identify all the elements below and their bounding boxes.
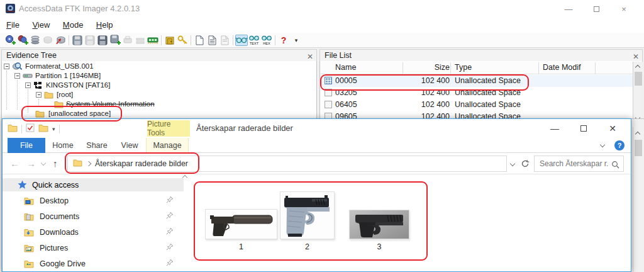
export-file-hash-list-icon[interactable] bbox=[218, 35, 231, 46]
verify-drive-image-icon[interactable] bbox=[134, 35, 147, 46]
create-disk-image-icon[interactable] bbox=[71, 35, 84, 46]
menu-mode[interactable]: Mode bbox=[58, 18, 89, 32]
detect-efs-encryption-icon[interactable] bbox=[176, 35, 189, 46]
menu-help[interactable]: Help bbox=[91, 18, 118, 32]
minimize-button[interactable]: — bbox=[540, 119, 569, 138]
new-case-icon[interactable] bbox=[193, 35, 206, 46]
address-dropdown-icon[interactable] bbox=[510, 161, 515, 166]
column-header-type[interactable]: Type bbox=[455, 63, 472, 72]
scroll-up-icon[interactable] bbox=[635, 132, 640, 137]
export-files-icon[interactable] bbox=[206, 35, 218, 46]
save-icon[interactable] bbox=[84, 35, 96, 46]
scrollbar-thumb[interactable] bbox=[635, 72, 642, 86]
viewer-scrollbar[interactable] bbox=[633, 127, 643, 272]
chevron-right-icon[interactable] bbox=[86, 161, 91, 166]
sidebar-item-quick-access[interactable]: Quick access bbox=[3, 178, 184, 191]
scroll-up-icon[interactable] bbox=[635, 65, 640, 70]
column-divider[interactable] bbox=[402, 62, 403, 74]
sidebar-item-label: Documents bbox=[40, 212, 79, 221]
tab-home[interactable]: Home bbox=[47, 138, 79, 153]
column-divider[interactable] bbox=[595, 62, 596, 74]
sidebar-item-label: Pictures bbox=[40, 244, 68, 252]
column-divider[interactable] bbox=[450, 62, 451, 74]
tab-share[interactable]: Share bbox=[80, 138, 113, 153]
image-thumbnail-2[interactable] bbox=[280, 191, 335, 239]
add-evidence-item-icon[interactable] bbox=[4, 35, 16, 46]
address-bar[interactable]: Återskapar raderade bilder bbox=[67, 156, 507, 172]
forward-icon[interactable]: → bbox=[26, 158, 36, 169]
minimize-button[interactable]: — bbox=[555, 0, 582, 18]
up-icon[interactable]: ↑ bbox=[53, 158, 58, 169]
hex-mode-icon[interactable]: HEX bbox=[260, 35, 273, 46]
close-button[interactable]: ✕ bbox=[598, 119, 627, 138]
scrollbar-thumb[interactable] bbox=[635, 140, 642, 156]
menu-file[interactable]: File bbox=[1, 18, 25, 32]
file-list-scrollbar[interactable] bbox=[633, 62, 643, 124]
recent-locations-icon[interactable] bbox=[41, 161, 46, 166]
confirm-check-icon[interactable] bbox=[26, 123, 35, 135]
sidebar-item-label: Google Drive bbox=[40, 259, 86, 268]
add-to-custom-content-image-icon[interactable] bbox=[109, 35, 121, 46]
file-list-title: File List bbox=[325, 51, 352, 60]
pin-icon[interactable] bbox=[166, 212, 174, 221]
sidebar-item-google-drive[interactable]: Google Drive bbox=[3, 256, 184, 271]
file-row-03205[interactable]: 03205 102 400 Unallocated Space bbox=[320, 87, 633, 99]
sidebar-item-desktop[interactable]: Desktop bbox=[3, 193, 184, 208]
image-thumbnail-3[interactable] bbox=[349, 210, 409, 239]
capture-memory-icon[interactable] bbox=[147, 35, 159, 46]
remove-evidence-item-icon[interactable] bbox=[54, 35, 67, 46]
automatic-mode-icon[interactable] bbox=[235, 35, 248, 46]
sidebar-item-downloads[interactable]: Downloads bbox=[3, 224, 184, 240]
file-row-06405[interactable]: 06405 102 400 Unallocated Space bbox=[320, 99, 633, 111]
quick-access-star-icon bbox=[18, 180, 27, 190]
tab-file[interactable]: File bbox=[8, 138, 45, 153]
pin-icon[interactable] bbox=[166, 227, 174, 237]
documents-folder-icon bbox=[24, 212, 34, 221]
decrypt-ad1-image-icon[interactable] bbox=[121, 35, 134, 46]
file-icon bbox=[325, 101, 332, 108]
folder-icon[interactable] bbox=[38, 123, 48, 135]
collapse-toggle[interactable] bbox=[14, 73, 20, 79]
sidebar-item-documents[interactable]: Documents bbox=[3, 208, 184, 224]
collapse-toggle[interactable] bbox=[25, 82, 31, 88]
explorer-window-controls: — ✕ bbox=[540, 119, 627, 138]
text-mode-icon[interactable]: TEXT bbox=[248, 35, 260, 46]
column-header-size[interactable]: Size bbox=[396, 63, 450, 72]
file-row-00005[interactable]: 00005 102 400 Unallocated Space bbox=[320, 75, 633, 87]
search-icon[interactable] bbox=[611, 160, 619, 171]
export-disk-image-icon[interactable] bbox=[96, 35, 109, 46]
image-thumbnail-1[interactable] bbox=[205, 209, 277, 239]
obtain-protected-files-icon[interactable] bbox=[164, 35, 176, 46]
svg-text:TEXT: TEXT bbox=[250, 42, 259, 45]
back-icon[interactable]: ← bbox=[10, 158, 19, 169]
collapse-toggle[interactable] bbox=[4, 64, 9, 69]
address-breadcrumb[interactable]: Återskapar raderade bilder bbox=[95, 159, 188, 168]
add-all-attached-devices-icon[interactable] bbox=[16, 35, 29, 46]
refresh-icon[interactable] bbox=[518, 156, 532, 172]
close-button[interactable]: × bbox=[610, 0, 638, 18]
toolbar-options-icon[interactable]: ▾ bbox=[290, 35, 303, 46]
pin-icon[interactable] bbox=[166, 243, 174, 252]
collapse-toggle[interactable] bbox=[36, 92, 42, 98]
column-header-date-modified[interactable]: Date Modif bbox=[543, 63, 580, 72]
evidence-tree-panel-header: Evidence Tree ✕ bbox=[1, 49, 317, 62]
unmount-image-icon[interactable] bbox=[42, 35, 54, 46]
tab-manage[interactable]: Manage bbox=[146, 138, 189, 153]
folder-icon bbox=[44, 91, 53, 101]
customize-qat-icon[interactable]: ▾ bbox=[52, 126, 55, 132]
pin-icon[interactable] bbox=[166, 196, 174, 205]
column-divider[interactable] bbox=[538, 62, 539, 74]
help-icon[interactable]: ? bbox=[277, 35, 290, 46]
maximize-button[interactable] bbox=[569, 119, 598, 138]
pin-icon[interactable] bbox=[166, 259, 174, 268]
maximize-button[interactable] bbox=[582, 0, 610, 18]
help-icon[interactable]: ? bbox=[614, 140, 625, 150]
search-input[interactable] bbox=[540, 158, 609, 169]
sidebar-item-pictures[interactable]: Pictures bbox=[3, 240, 184, 256]
menu-view[interactable]: View bbox=[27, 18, 55, 32]
ribbon-collapse-icon[interactable] bbox=[600, 142, 605, 147]
column-header-name[interactable]: Name bbox=[335, 63, 356, 72]
image-mounting-icon[interactable] bbox=[29, 35, 42, 46]
folder-icon bbox=[73, 159, 82, 169]
tab-view[interactable]: View bbox=[114, 138, 145, 153]
